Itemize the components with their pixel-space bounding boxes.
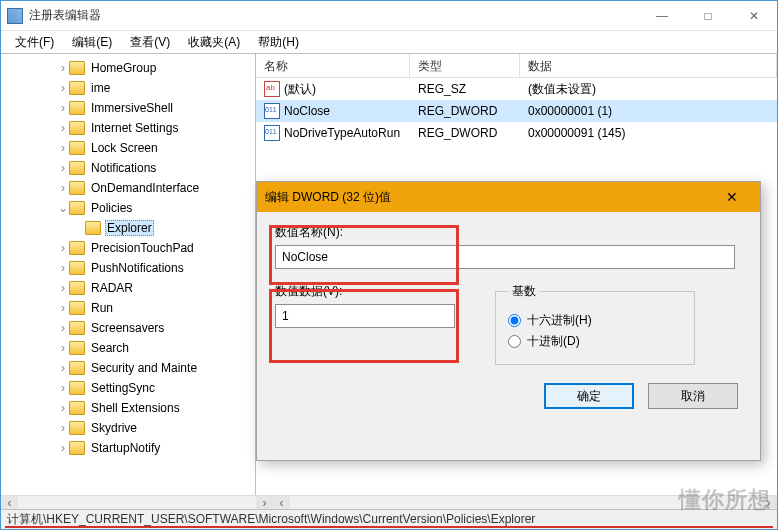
- value-name-input[interactable]: [275, 245, 735, 269]
- tree-item-label: OnDemandInterface: [89, 180, 201, 196]
- edit-dword-dialog: 编辑 DWORD (32 位)值 ✕ 数值名称(N): 数值数据(V): 基数 …: [256, 181, 761, 461]
- tree-item[interactable]: ›OnDemandInterface: [1, 178, 255, 198]
- expand-icon[interactable]: ›: [57, 261, 69, 275]
- menu-file[interactable]: 文件(F): [7, 32, 62, 53]
- tree-item-label: PrecisionTouchPad: [89, 240, 196, 256]
- statusbar: 计算机\HKEY_CURRENT_USER\SOFTWARE\Microsoft…: [1, 509, 777, 529]
- expand-icon[interactable]: ›: [57, 61, 69, 75]
- tree-item[interactable]: ›ImmersiveShell: [1, 98, 255, 118]
- menu-edit[interactable]: 编辑(E): [64, 32, 120, 53]
- table-row[interactable]: NoDriveTypeAutoRunREG_DWORD0x00000091 (1…: [256, 122, 777, 144]
- tree-item[interactable]: ›Skydrive: [1, 418, 255, 438]
- folder-icon: [69, 141, 85, 155]
- tree-item-label: Policies: [89, 200, 134, 216]
- tree-item-label: SettingSync: [89, 380, 157, 396]
- expand-icon[interactable]: ›: [57, 341, 69, 355]
- cancel-button[interactable]: 取消: [648, 383, 738, 409]
- expand-icon[interactable]: ›: [57, 441, 69, 455]
- close-button[interactable]: ✕: [731, 1, 777, 31]
- tree-item[interactable]: ›PushNotifications: [1, 258, 255, 278]
- minimize-button[interactable]: —: [639, 1, 685, 31]
- expand-icon[interactable]: ›: [57, 161, 69, 175]
- radix-hex-radio[interactable]: [508, 314, 521, 327]
- value-name: NoDriveTypeAutoRun: [284, 126, 400, 140]
- expand-icon[interactable]: ›: [57, 361, 69, 375]
- tree-item-label: ime: [89, 80, 112, 96]
- expand-icon[interactable]: ›: [57, 301, 69, 315]
- tree-item-label: Explorer: [105, 220, 154, 236]
- tree-item-label: Screensavers: [89, 320, 166, 336]
- menu-view[interactable]: 查看(V): [122, 32, 178, 53]
- expand-icon[interactable]: ›: [57, 321, 69, 335]
- tree-item-label: HomeGroup: [89, 60, 158, 76]
- expand-icon[interactable]: ›: [57, 281, 69, 295]
- scroll-right-icon[interactable]: ›: [760, 496, 777, 509]
- dialog-close-icon[interactable]: ✕: [712, 189, 752, 205]
- value-name: (默认): [284, 81, 316, 98]
- ok-button[interactable]: 确定: [544, 383, 634, 409]
- value-type: REG_DWORD: [410, 102, 520, 120]
- tree-item[interactable]: ›Security and Mainte: [1, 358, 255, 378]
- table-row[interactable]: NoCloseREG_DWORD0x00000001 (1): [256, 100, 777, 122]
- folder-icon: [69, 281, 85, 295]
- expand-icon[interactable]: ›: [57, 101, 69, 115]
- expand-icon[interactable]: ›: [57, 241, 69, 255]
- menu-favorites[interactable]: 收藏夹(A): [180, 32, 248, 53]
- folder-icon: [69, 101, 85, 115]
- maximize-button[interactable]: □: [685, 1, 731, 31]
- tree-item-label: Notifications: [89, 160, 158, 176]
- folder-icon: [69, 161, 85, 175]
- tree-item[interactable]: ›Notifications: [1, 158, 255, 178]
- tree-item-label: Run: [89, 300, 115, 316]
- radix-dec-radio[interactable]: [508, 335, 521, 348]
- reg-binary-icon: [264, 103, 280, 119]
- scroll-left-icon[interactable]: ‹: [273, 496, 290, 509]
- tree-item[interactable]: ›ime: [1, 78, 255, 98]
- col-header-name[interactable]: 名称: [256, 54, 410, 77]
- expand-icon[interactable]: ›: [57, 121, 69, 135]
- scroll-right-icon[interactable]: ›: [256, 496, 273, 509]
- tree-item[interactable]: ›Search: [1, 338, 255, 358]
- tree-item[interactable]: ›StartupNotify: [1, 438, 255, 458]
- value-name: NoClose: [284, 104, 330, 118]
- table-row[interactable]: (默认)REG_SZ(数值未设置): [256, 78, 777, 100]
- app-icon: [7, 8, 23, 24]
- tree-item[interactable]: ›HomeGroup: [1, 58, 255, 78]
- expand-icon[interactable]: ›: [57, 381, 69, 395]
- scroll-left-icon[interactable]: ‹: [1, 496, 18, 509]
- value-data-input[interactable]: [275, 304, 455, 328]
- tree-item[interactable]: ⌄Policies: [1, 198, 255, 218]
- expand-icon[interactable]: ›: [57, 421, 69, 435]
- folder-icon: [69, 181, 85, 195]
- folder-icon: [69, 341, 85, 355]
- col-header-data[interactable]: 数据: [520, 54, 777, 77]
- radix-dec-label: 十进制(D): [527, 333, 580, 350]
- tree-item[interactable]: ›Screensavers: [1, 318, 255, 338]
- dialog-titlebar[interactable]: 编辑 DWORD (32 位)值 ✕: [257, 182, 760, 212]
- expand-icon[interactable]: ›: [57, 401, 69, 415]
- expand-icon[interactable]: ›: [57, 181, 69, 195]
- tree-item-label: Search: [89, 340, 131, 356]
- tree-item[interactable]: ›Shell Extensions: [1, 398, 255, 418]
- expand-icon[interactable]: ›: [57, 141, 69, 155]
- window-title: 注册表编辑器: [29, 7, 639, 24]
- reg-binary-icon: [264, 125, 280, 141]
- expand-icon[interactable]: ›: [57, 81, 69, 95]
- tree-item[interactable]: ›SettingSync: [1, 378, 255, 398]
- tree-item[interactable]: ›Run: [1, 298, 255, 318]
- folder-icon: [69, 441, 85, 455]
- tree-item[interactable]: Explorer: [1, 218, 255, 238]
- tree-pane[interactable]: ›HomeGroup›ime›ImmersiveShell›Internet S…: [1, 54, 256, 495]
- tree-item[interactable]: ›PrecisionTouchPad: [1, 238, 255, 258]
- tree-item[interactable]: ›RADAR: [1, 278, 255, 298]
- expand-icon[interactable]: ⌄: [57, 201, 69, 215]
- tree-item[interactable]: ›Lock Screen: [1, 138, 255, 158]
- col-header-type[interactable]: 类型: [410, 54, 520, 77]
- tree-item[interactable]: ›Internet Settings: [1, 118, 255, 138]
- value-type: REG_SZ: [410, 80, 520, 98]
- horizontal-scroll[interactable]: ‹ › ‹ ›: [1, 495, 777, 509]
- tree-item-label: Internet Settings: [89, 120, 180, 136]
- menu-help[interactable]: 帮助(H): [250, 32, 307, 53]
- tree-item-label: ImmersiveShell: [89, 100, 175, 116]
- dialog-title: 编辑 DWORD (32 位)值: [265, 189, 712, 206]
